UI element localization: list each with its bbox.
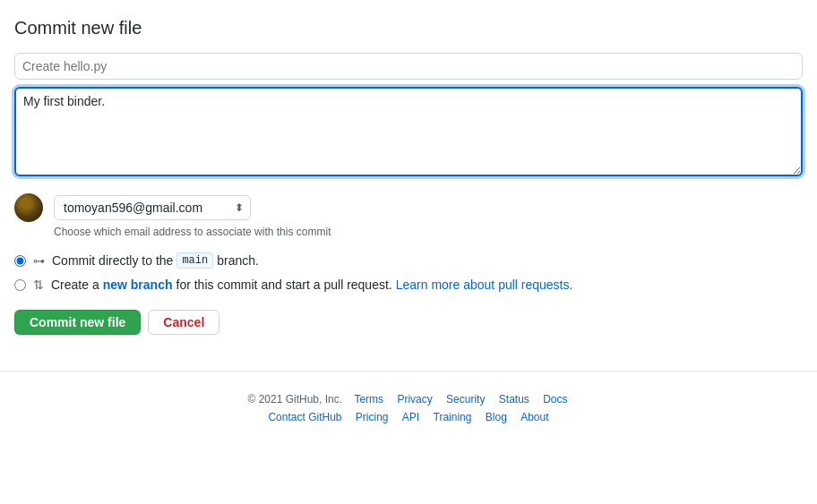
footer-row-2: Contact GitHub Pricing API Training Blog… [14, 411, 803, 423]
footer-link-status[interactable]: Status [499, 393, 529, 406]
footer-link-training[interactable]: Training [434, 411, 472, 423]
avatar [14, 193, 43, 222]
footer-row-1: © 2021 GitHub, Inc. Terms Privacy Securi… [14, 393, 803, 406]
footer-link-about[interactable]: About [520, 411, 548, 423]
direct-commit-radio[interactable] [14, 255, 26, 267]
commit-description-textarea[interactable]: My first binder. [14, 87, 803, 176]
new-branch-radio[interactable] [14, 279, 26, 291]
pull-request-icon: ⇅ [33, 278, 44, 292]
email-select[interactable]: tomoyan596@gmail.com [54, 195, 251, 220]
radio-option-direct: ⊶ Commit directly to the main branch. [14, 252, 803, 269]
footer: © 2021 GitHub, Inc. Terms Privacy Securi… [0, 372, 817, 447]
footer-link-blog[interactable]: Blog [486, 411, 507, 423]
action-buttons: Commit new file Cancel [14, 310, 803, 335]
footer-link-security[interactable]: Security [446, 393, 485, 406]
radio-option-new-branch: ⇅ Create a new branch for this commit an… [14, 278, 803, 292]
email-section: tomoyan596@gmail.com ⬍ [14, 193, 803, 222]
page-title: Commit new file [14, 18, 803, 38]
branch-name-tag: main [176, 252, 213, 269]
footer-link-contact-github[interactable]: Contact GitHub [268, 411, 341, 423]
email-select-wrapper: tomoyan596@gmail.com ⬍ [54, 195, 251, 220]
email-hint: Choose which email address to associate … [54, 226, 803, 238]
footer-link-pricing[interactable]: Pricing [356, 411, 389, 423]
new-branch-label[interactable]: Create a new branch for this commit and … [51, 278, 572, 292]
commit-message-input[interactable] [14, 53, 803, 80]
branch-icon: ⊶ [33, 254, 45, 268]
new-branch-link-text[interactable]: new branch [103, 278, 173, 292]
footer-link-docs[interactable]: Docs [543, 393, 567, 406]
direct-commit-suffix: branch. [217, 253, 259, 268]
direct-commit-label[interactable]: Commit directly to the main branch. [52, 252, 259, 269]
footer-link-terms[interactable]: Terms [354, 393, 383, 406]
commit-new-file-button[interactable]: Commit new file [14, 310, 141, 335]
cancel-button[interactable]: Cancel [148, 310, 219, 335]
copyright: © 2021 GitHub, Inc. [247, 393, 342, 406]
avatar-image [14, 193, 43, 222]
new-branch-suffix: for this commit and start a pull request… [176, 278, 392, 292]
new-branch-prefix: Create a [51, 278, 99, 292]
footer-link-api[interactable]: API [402, 411, 419, 423]
radio-section: ⊶ Commit directly to the main branch. ⇅ … [14, 252, 803, 292]
learn-more-link[interactable]: Learn more about pull requests. [396, 278, 573, 292]
main-container: Commit new file My first binder. tomoyan… [0, 0, 817, 335]
direct-commit-text: Commit directly to the [52, 253, 173, 268]
footer-link-privacy[interactable]: Privacy [397, 393, 432, 406]
